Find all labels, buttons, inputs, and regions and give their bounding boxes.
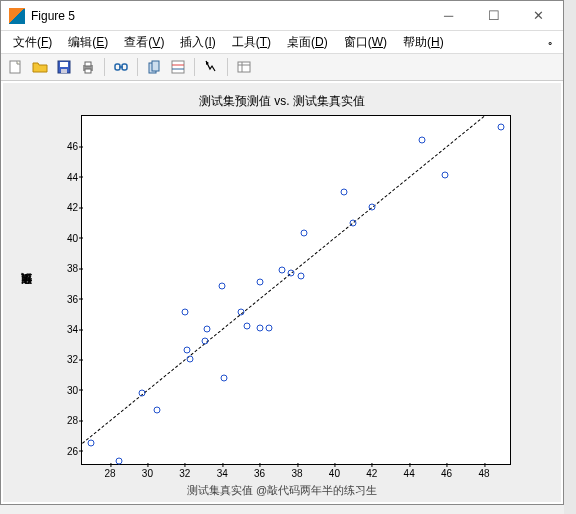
data-marker (153, 406, 160, 413)
x-tick: 40 (329, 464, 340, 479)
y-tick: 42 (67, 202, 82, 213)
data-marker (288, 269, 295, 276)
data-marker (340, 189, 347, 196)
toolbar-separator (137, 58, 138, 76)
svg-rect-11 (152, 61, 159, 71)
menu-f[interactable]: 文件(F) (5, 32, 60, 53)
data-marker (204, 326, 211, 333)
svg-rect-12 (172, 61, 184, 73)
data-marker (368, 204, 375, 211)
menu-overflow-icon[interactable]: ∘ (541, 37, 559, 48)
data-marker (441, 172, 448, 179)
y-tick: 44 (67, 171, 82, 182)
x-tick: 28 (104, 464, 115, 479)
data-marker (116, 458, 123, 465)
insert-button[interactable] (233, 56, 255, 78)
y-tick: 36 (67, 293, 82, 304)
titlebar[interactable]: Figure 5 ─ ☐ ✕ (1, 1, 563, 31)
data-marker (297, 272, 304, 279)
maximize-button[interactable]: ☐ (471, 2, 516, 30)
data-marker (497, 123, 504, 130)
svg-rect-2 (60, 62, 68, 67)
link-button[interactable] (110, 56, 132, 78)
data-marker (265, 324, 272, 331)
x-tick: 44 (404, 464, 415, 479)
y-tick: 46 (67, 141, 82, 152)
menu-v[interactable]: 查看(V) (116, 32, 172, 53)
data-marker (237, 309, 244, 316)
figure-canvas[interactable]: 测试集预测值 vs. 测试集真实值 测试集预测值 262830323436384… (3, 83, 561, 502)
data-marker (181, 309, 188, 316)
x-tick: 34 (217, 464, 228, 479)
y-tick: 32 (67, 354, 82, 365)
open-button[interactable] (29, 56, 51, 78)
data-marker (243, 323, 250, 330)
data-marker (202, 338, 209, 345)
toolbar (1, 53, 563, 81)
minimize-button[interactable]: ─ (426, 2, 471, 30)
data-marker (301, 230, 308, 237)
axes-box[interactable]: 2628303234363840424446283032343638404244… (81, 115, 511, 465)
data-marker (221, 374, 228, 381)
edit-plot-button[interactable] (200, 56, 222, 78)
y-tick: 40 (67, 232, 82, 243)
data-marker (88, 440, 95, 447)
rotate-button[interactable] (143, 56, 165, 78)
svg-rect-5 (85, 62, 91, 66)
menu-e[interactable]: 编辑(E) (60, 32, 116, 53)
data-marker (256, 278, 263, 285)
close-button[interactable]: ✕ (516, 2, 561, 30)
data-marker (138, 389, 145, 396)
y-tick: 34 (67, 324, 82, 335)
menu-w[interactable]: 窗口(W) (336, 32, 395, 53)
y-tick: 28 (67, 415, 82, 426)
x-tick: 38 (291, 464, 302, 479)
toolbar-separator (194, 58, 195, 76)
toolbar-separator (104, 58, 105, 76)
data-marker (187, 356, 194, 363)
x-tick: 42 (366, 464, 377, 479)
data-marker (279, 266, 286, 273)
menu-d[interactable]: 桌面(D) (279, 32, 336, 53)
data-marker (219, 283, 226, 290)
menu-h[interactable]: 帮助(H) (395, 32, 452, 53)
x-tick: 48 (478, 464, 489, 479)
x-axis-label-watermark: 测试集真实值 @敲代码两年半的练习生 (3, 483, 561, 498)
window-title: Figure 5 (31, 9, 426, 23)
menubar: 文件(F)编辑(E)查看(V)插入(I)工具(T)桌面(D)窗口(W)帮助(H)… (1, 31, 563, 53)
background-edge (564, 0, 576, 514)
y-tick: 38 (67, 263, 82, 274)
x-tick: 32 (179, 464, 190, 479)
y-tick: 26 (67, 445, 82, 456)
y-tick: 30 (67, 384, 82, 395)
toolbar-separator (227, 58, 228, 76)
svg-rect-6 (85, 69, 91, 73)
chart-title: 测试集预测值 vs. 测试集真实值 (3, 93, 561, 110)
x-tick: 36 (254, 464, 265, 479)
data-marker (419, 137, 426, 144)
svg-rect-15 (238, 62, 250, 72)
print-button[interactable] (77, 56, 99, 78)
save-button[interactable] (53, 56, 75, 78)
data-marker (350, 219, 357, 226)
svg-rect-3 (61, 69, 67, 73)
x-tick: 46 (441, 464, 452, 479)
data-marker (256, 324, 263, 331)
data-marker (183, 347, 190, 354)
data-cursor-button[interactable] (167, 56, 189, 78)
menu-i[interactable]: 插入(I) (172, 32, 223, 53)
matlab-icon (9, 8, 25, 24)
x-tick: 30 (142, 464, 153, 479)
figure-window: Figure 5 ─ ☐ ✕ 文件(F)编辑(E)查看(V)插入(I)工具(T)… (0, 0, 564, 505)
menu-t[interactable]: 工具(T) (224, 32, 279, 53)
new-figure-button[interactable] (5, 56, 27, 78)
